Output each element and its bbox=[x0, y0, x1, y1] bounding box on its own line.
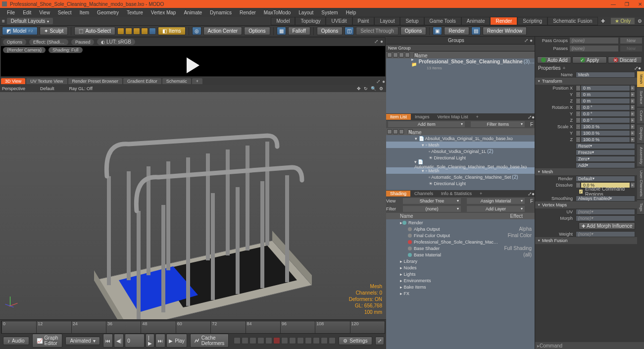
menu-help[interactable]: Help bbox=[342, 10, 360, 15]
renderwindow-icon[interactable]: ▤ bbox=[471, 27, 481, 35]
layout-tab-topology[interactable]: Topology bbox=[295, 17, 326, 25]
menu-geometry[interactable]: Geometry bbox=[93, 10, 123, 15]
preview-camera[interactable]: (Render Camera) bbox=[3, 47, 46, 53]
goto-start-button[interactable]: ⏮ bbox=[103, 334, 113, 348]
model-mode-button[interactable]: ◩ Model F2 bbox=[2, 27, 38, 35]
vertexmaps-section[interactable]: Vertex Maps bbox=[535, 201, 637, 208]
weight-dropdown[interactable]: (none) bbox=[576, 231, 635, 237]
render-button[interactable]: Render bbox=[444, 27, 469, 35]
falloff-icon[interactable]: ▦ bbox=[277, 27, 286, 35]
filter-icon[interactable]: F bbox=[529, 199, 535, 204]
shader-row[interactable]: ▸ Nodes bbox=[386, 264, 535, 271]
layout-tab-schematic[interactable]: Schematic Fusion bbox=[547, 17, 597, 25]
menu-vertexmap[interactable]: Vertex Map bbox=[147, 10, 180, 15]
command-bar[interactable]: ▸ Command bbox=[535, 342, 644, 349]
preview-effect[interactable]: Effect: (Shadi… bbox=[29, 39, 68, 45]
sculpt-mode-button[interactable]: ✦ Sculpt bbox=[40, 27, 68, 35]
menu-render[interactable]: Render bbox=[236, 10, 260, 15]
menu-view[interactable]: View bbox=[35, 10, 54, 15]
options-3-button[interactable]: Options bbox=[400, 27, 426, 35]
menu-animate[interactable]: Animate bbox=[180, 10, 206, 15]
viewport-perspective[interactable]: Perspective bbox=[2, 86, 25, 91]
shader-row[interactable]: ▸ Environments bbox=[386, 277, 535, 284]
scx-field[interactable]: 100.0 % bbox=[581, 124, 630, 130]
layout-tab-gametools[interactable]: Game Tools bbox=[424, 17, 461, 25]
gear-icon[interactable]: ⚙ bbox=[638, 18, 642, 24]
options-1-button[interactable]: Options bbox=[244, 27, 270, 35]
assignmaterial-button[interactable]: Assign Material bbox=[467, 198, 525, 204]
tab-itemlist[interactable]: Item List bbox=[386, 114, 411, 120]
roty-field[interactable]: 0.0 ° bbox=[581, 111, 630, 117]
next-frame-button[interactable]: |▶ bbox=[146, 334, 154, 348]
tab-shading[interactable]: Shading bbox=[386, 191, 410, 197]
sidetab-mesh[interactable]: Mesh bbox=[637, 71, 644, 88]
transform-section[interactable]: Transform bbox=[535, 78, 637, 85]
itemlist-row[interactable]: ▾ ▫ Mesh bbox=[386, 142, 535, 148]
autoselect-button[interactable]: ⬚ Auto-Select bbox=[74, 27, 115, 35]
tab-add[interactable]: + bbox=[192, 78, 202, 84]
menu-edit[interactable]: Edit bbox=[19, 10, 35, 15]
tab-schematic[interactable]: Schematic bbox=[162, 78, 191, 84]
mesh-section[interactable]: Mesh bbox=[535, 168, 637, 175]
axis-gizmo-icon[interactable] bbox=[5, 295, 20, 309]
tab-images[interactable]: Images bbox=[411, 114, 434, 120]
sidetab-tags[interactable]: Tags bbox=[637, 200, 644, 215]
shader-row[interactable]: Final Color OutputFinal Color bbox=[386, 232, 535, 239]
hamburger-icon[interactable]: ≡ bbox=[2, 18, 5, 24]
tab-gradient[interactable]: Gradient Editor bbox=[123, 78, 161, 84]
menu-file[interactable]: File bbox=[3, 10, 19, 15]
tab-3dview[interactable]: 3D View bbox=[1, 78, 25, 84]
selectthrough-button[interactable]: Select Through bbox=[356, 27, 398, 35]
timeline-settings-button[interactable]: ⚙ Settings bbox=[339, 337, 372, 345]
properties-add-icon[interactable]: + bbox=[563, 65, 566, 71]
menu-maxtomodo[interactable]: MaxToModo bbox=[260, 10, 295, 15]
zero-dropdown[interactable]: Zero bbox=[576, 156, 635, 162]
shader-row[interactable]: ▸ Render bbox=[386, 219, 535, 226]
layout-tab-animate[interactable]: Animate bbox=[461, 17, 491, 25]
layout-tab-paint[interactable]: Paint bbox=[352, 17, 375, 25]
timeline-ruler[interactable]: 012 2436 4860 7284 96108 120 bbox=[1, 321, 385, 334]
passes-new-button[interactable]: New bbox=[620, 46, 642, 51]
newgroup-button[interactable]: New Group bbox=[386, 45, 535, 51]
play-button[interactable]: ▶ Play bbox=[166, 334, 187, 348]
sidetab-display[interactable]: Display bbox=[637, 124, 644, 144]
group-item[interactable]: ▸ 📁 Professional_Shoe_Sole_Cleaning_Mach… bbox=[386, 58, 535, 65]
options-2-button[interactable]: Options bbox=[317, 27, 343, 35]
3d-viewport[interactable]: MeshChannels: 0 Deformers: ONGL: 656,768… bbox=[0, 92, 386, 319]
tab-channels[interactable]: Channels bbox=[410, 191, 437, 197]
menu-item[interactable]: Item bbox=[76, 10, 93, 15]
meshfusion-section[interactable]: Mesh Fusion bbox=[535, 237, 637, 244]
close-button[interactable]: ✕ bbox=[638, 1, 642, 7]
addlayer-dropdown[interactable]: Add Layer bbox=[467, 206, 525, 212]
shader-row[interactable]: ▸ Bake Items bbox=[386, 284, 535, 290]
nav-zoom-icon[interactable]: 🔍 bbox=[371, 86, 376, 91]
actioncenter-icon[interactable]: ◎ bbox=[192, 27, 201, 35]
layout-tab-render[interactable]: Render bbox=[490, 17, 517, 25]
layout-tab-layout[interactable]: Layout bbox=[374, 17, 400, 25]
menu-system[interactable]: System bbox=[317, 10, 342, 15]
passes-dropdown[interactable]: (none) bbox=[570, 46, 618, 51]
items-button[interactable]: ◧ Items bbox=[158, 27, 185, 35]
additem-dropdown[interactable]: Add Item bbox=[388, 121, 465, 127]
layouts-dropdown[interactable]: Default Layouts bbox=[7, 18, 53, 24]
itemlist-row[interactable]: ☀ Directional Light bbox=[386, 180, 535, 187]
reset-dropdown[interactable]: Reset bbox=[576, 143, 635, 149]
layout-tab-model[interactable]: Model bbox=[271, 17, 295, 25]
viewport-pin-icon[interactable]: ● bbox=[382, 79, 385, 84]
panel-pin-icon[interactable]: ● bbox=[530, 38, 533, 43]
apply-button[interactable]: ✓Apply bbox=[572, 56, 606, 63]
panel-expand-icon[interactable]: ⤢ bbox=[634, 65, 638, 71]
renderwindow-button[interactable]: Render Window bbox=[483, 27, 527, 35]
preview-paused[interactable]: Paused bbox=[71, 39, 95, 45]
goto-end-button[interactable]: ⏭ bbox=[155, 334, 165, 348]
nav-rotate-icon[interactable]: ↻ bbox=[364, 86, 368, 91]
menu-layout[interactable]: Layout bbox=[295, 10, 317, 15]
name-field[interactable]: Mesh bbox=[576, 72, 635, 78]
tab-add-shading[interactable]: + bbox=[476, 191, 486, 197]
itemlist-row[interactable]: ▫ Absolut_Vodka_Original_1L(2) bbox=[386, 148, 535, 154]
passgroups-new-button[interactable]: New bbox=[620, 38, 642, 44]
autoadd-button[interactable]: Auto Add bbox=[537, 56, 571, 63]
add-dropdown[interactable]: Add bbox=[576, 162, 635, 168]
passgroups-dropdown[interactable]: (none) bbox=[570, 38, 618, 44]
falloff-button[interactable]: Falloff bbox=[288, 27, 310, 35]
